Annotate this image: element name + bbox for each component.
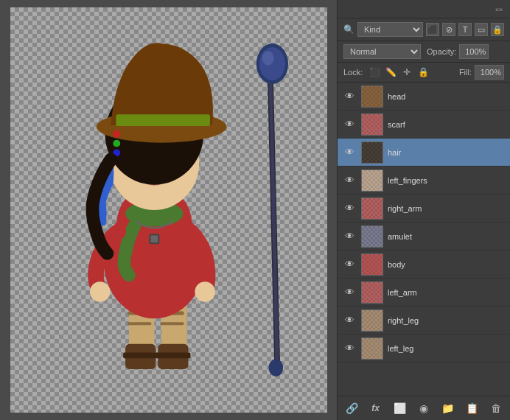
lock-transparent-btn[interactable]: ⬛ [368, 66, 381, 79]
eye-icon-left_fingers[interactable]: 👁 [342, 173, 357, 188]
svg-rect-9 [160, 322, 184, 325]
layer-item-body[interactable]: 👁body [338, 251, 510, 279]
group-layers-btn[interactable]: 📁 [440, 400, 456, 416]
search-icon: 🔍 [343, 24, 354, 35]
svg-point-31 [113, 140, 120, 147]
filter-row: 🔍 Kind ⬛ ⊘ T ▭ 🔒 [338, 18, 510, 41]
layer-thumb-hair [361, 141, 383, 164]
canvas-area [0, 0, 337, 420]
layer-item-left_arm[interactable]: 👁left_arm [338, 279, 510, 307]
layer-item-hair[interactable]: 👁hair [338, 139, 510, 167]
layer-name-body: body [388, 260, 506, 269]
fill-input[interactable] [475, 65, 504, 80]
layer-item-right_arm[interactable]: 👁right_arm [338, 195, 510, 223]
layer-item-amulet[interactable]: 👁amulet [338, 223, 510, 251]
layer-thumb-body [361, 253, 383, 276]
svg-point-38 [268, 359, 283, 377]
filter-text-btn[interactable]: T [458, 23, 472, 36]
lock-row: Lock: ⬛ ✏️ ✛ 🔒 Fill: [338, 63, 510, 83]
delete-layer-btn[interactable]: 🗑 [488, 400, 504, 416]
layer-thumb-scarf [361, 113, 383, 136]
layers-panel: «» 🔍 Kind ⬛ ⊘ T ▭ 🔒 Normal Opacity: Lock… [337, 0, 510, 420]
layer-name-amulet: amulet [388, 232, 506, 241]
filter-adjust-btn[interactable]: ⊘ [442, 23, 455, 36]
layer-thumb-amulet [361, 225, 383, 248]
svg-point-30 [113, 130, 120, 138]
adjustment-btn[interactable]: ◉ [416, 400, 432, 416]
eye-icon-amulet[interactable]: 👁 [342, 229, 357, 244]
layer-thumb-left_arm [361, 281, 383, 304]
layer-thumb-right_arm [361, 197, 383, 220]
blend-mode-select[interactable]: Normal [343, 44, 421, 59]
layer-thumb-left_fingers [361, 169, 383, 192]
layer-name-left_leg: left_leg [388, 344, 506, 353]
svg-rect-4 [123, 352, 158, 358]
eye-icon-left_leg[interactable]: 👁 [342, 341, 357, 356]
eye-icon-head[interactable]: 👁 [342, 89, 357, 104]
panel-header: «» [338, 0, 510, 18]
lock-label: Lock: [343, 68, 363, 77]
eye-icon-hair[interactable]: 👁 [342, 145, 357, 160]
filter-smartobj-btn[interactable]: 🔒 [491, 23, 504, 36]
lock-all-btn[interactable]: 🔒 [416, 66, 430, 79]
layer-item-left_leg[interactable]: 👁left_leg [338, 335, 510, 363]
panel-collapse-arrows[interactable]: «» [495, 6, 503, 13]
filter-shape-btn[interactable]: ▭ [475, 23, 488, 36]
svg-point-36 [259, 47, 284, 80]
layer-name-scarf: scarf [388, 120, 506, 129]
eye-icon-right_arm[interactable]: 👁 [342, 201, 357, 216]
eye-icon-left_arm[interactable]: 👁 [342, 285, 357, 300]
canvas-checkerboard [10, 7, 327, 413]
layer-name-left_fingers: left_fingers [388, 176, 506, 185]
layer-name-right_leg: right_leg [388, 316, 506, 325]
layer-styles-btn[interactable]: fx [368, 400, 384, 416]
svg-rect-8 [128, 322, 151, 325]
layer-item-left_fingers[interactable]: 👁left_fingers [338, 167, 510, 195]
layers-list[interactable]: 👁head👁scarf👁hair👁left_fingers👁right_arm👁… [338, 83, 510, 396]
svg-rect-5 [156, 352, 190, 358]
layer-name-right_arm: right_arm [388, 204, 506, 213]
layer-name-head: head [388, 92, 506, 101]
lock-image-btn[interactable]: ✏️ [384, 66, 397, 79]
layer-name-hair: hair [388, 148, 506, 157]
svg-point-37 [262, 51, 273, 66]
layer-thumb-left_leg [361, 337, 383, 360]
svg-rect-16 [150, 235, 158, 242]
character-sprite [10, 7, 327, 413]
opacity-input[interactable] [459, 44, 489, 59]
layer-thumb-head [361, 85, 383, 108]
svg-point-13 [89, 281, 110, 302]
blend-row: Normal Opacity: [338, 41, 510, 63]
layer-item-right_leg[interactable]: 👁right_leg [338, 307, 510, 335]
eye-icon-right_leg[interactable]: 👁 [342, 313, 357, 328]
layer-thumb-right_leg [361, 309, 383, 332]
lock-position-btn[interactable]: ✛ [400, 66, 413, 79]
fill-label: Fill: [459, 68, 472, 77]
filter-kind-select[interactable]: Kind [357, 22, 423, 37]
new-layer-btn[interactable]: 📋 [464, 400, 480, 416]
opacity-label: Opacity: [427, 47, 456, 56]
filter-pixel-btn[interactable]: ⬛ [426, 23, 439, 36]
layers-bottom-toolbar: 🔗 fx ⬜ ◉ 📁 📋 🗑 [338, 396, 510, 420]
eye-icon-scarf[interactable]: 👁 [342, 117, 357, 132]
link-layers-btn[interactable]: 🔗 [343, 400, 360, 416]
layer-name-left_arm: left_arm [388, 288, 506, 297]
svg-point-14 [195, 281, 215, 302]
eye-icon-body[interactable]: 👁 [342, 257, 357, 272]
layer-item-scarf[interactable]: 👁scarf [338, 111, 510, 139]
layer-item-head[interactable]: 👁head [338, 83, 510, 111]
svg-rect-29 [116, 114, 210, 126]
add-mask-btn[interactable]: ⬜ [391, 400, 408, 416]
